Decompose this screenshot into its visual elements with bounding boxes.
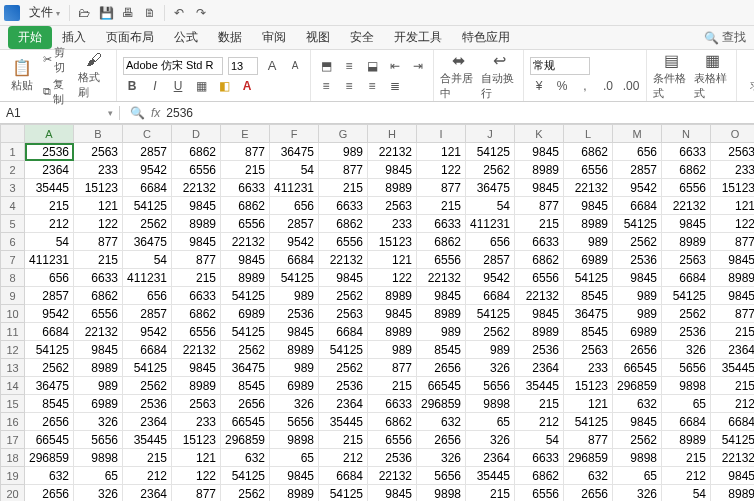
sum-button[interactable]: Σ求和 — [743, 59, 754, 93]
cell-N10[interactable]: 2562 — [662, 305, 711, 323]
cell-O9[interactable]: 9845 — [711, 287, 755, 305]
cell-C15[interactable]: 2536 — [123, 395, 172, 413]
cell-F15[interactable]: 326 — [270, 395, 319, 413]
cell-J13[interactable]: 326 — [466, 359, 515, 377]
cell-K8[interactable]: 6556 — [515, 269, 564, 287]
cell-M5[interactable]: 54125 — [613, 215, 662, 233]
cell-H3[interactable]: 8989 — [368, 179, 417, 197]
cut-button[interactable]: ✂剪切 — [43, 45, 73, 75]
cell-A8[interactable]: 656 — [25, 269, 74, 287]
cell-A7[interactable]: 411231 — [25, 251, 74, 269]
cell-B4[interactable]: 121 — [74, 197, 123, 215]
zoom-icon[interactable]: 🔍 — [130, 106, 145, 120]
cell-K6[interactable]: 6633 — [515, 233, 564, 251]
cell-B20[interactable]: 326 — [74, 485, 123, 502]
indent-dec-icon[interactable]: ⇤ — [386, 57, 404, 75]
cell-I11[interactable]: 989 — [417, 323, 466, 341]
cell-E8[interactable]: 8989 — [221, 269, 270, 287]
cell-N5[interactable]: 9845 — [662, 215, 711, 233]
row-header-10[interactable]: 10 — [1, 305, 25, 323]
merge-center-button[interactable]: ⬌合并居中 — [440, 51, 476, 101]
col-header-E[interactable]: E — [221, 125, 270, 143]
cell-A4[interactable]: 215 — [25, 197, 74, 215]
cell-G9[interactable]: 2562 — [319, 287, 368, 305]
conditional-format-button[interactable]: ▤条件格式 — [653, 51, 689, 101]
cell-M1[interactable]: 656 — [613, 143, 662, 161]
row-header-13[interactable]: 13 — [1, 359, 25, 377]
cell-H16[interactable]: 6862 — [368, 413, 417, 431]
cell-B12[interactable]: 9845 — [74, 341, 123, 359]
cell-H19[interactable]: 22132 — [368, 467, 417, 485]
cell-J14[interactable]: 5656 — [466, 377, 515, 395]
font-name-select[interactable] — [123, 57, 223, 75]
col-header-N[interactable]: N — [662, 125, 711, 143]
cell-H10[interactable]: 9845 — [368, 305, 417, 323]
cell-B19[interactable]: 65 — [74, 467, 123, 485]
cell-L13[interactable]: 233 — [564, 359, 613, 377]
cell-F3[interactable]: 411231 — [270, 179, 319, 197]
cell-G7[interactable]: 22132 — [319, 251, 368, 269]
cell-D10[interactable]: 6862 — [172, 305, 221, 323]
cell-A10[interactable]: 9542 — [25, 305, 74, 323]
row-header-1[interactable]: 1 — [1, 143, 25, 161]
cell-D20[interactable]: 877 — [172, 485, 221, 502]
cell-L12[interactable]: 2563 — [564, 341, 613, 359]
cell-F4[interactable]: 656 — [270, 197, 319, 215]
col-header-H[interactable]: H — [368, 125, 417, 143]
cell-G5[interactable]: 6862 — [319, 215, 368, 233]
cell-G20[interactable]: 54125 — [319, 485, 368, 502]
cell-L3[interactable]: 22132 — [564, 179, 613, 197]
cell-E1[interactable]: 877 — [221, 143, 270, 161]
cell-K16[interactable]: 212 — [515, 413, 564, 431]
cell-E6[interactable]: 22132 — [221, 233, 270, 251]
cell-A13[interactable]: 2562 — [25, 359, 74, 377]
cell-N11[interactable]: 2536 — [662, 323, 711, 341]
cell-E2[interactable]: 215 — [221, 161, 270, 179]
cell-L2[interactable]: 6556 — [564, 161, 613, 179]
dec-inc-icon[interactable]: .0 — [599, 77, 617, 95]
cell-N1[interactable]: 6633 — [662, 143, 711, 161]
cell-C18[interactable]: 215 — [123, 449, 172, 467]
row-header-2[interactable]: 2 — [1, 161, 25, 179]
cell-M9[interactable]: 989 — [613, 287, 662, 305]
cell-M18[interactable]: 9898 — [613, 449, 662, 467]
cell-C6[interactable]: 36475 — [123, 233, 172, 251]
cell-B7[interactable]: 215 — [74, 251, 123, 269]
cell-H18[interactable]: 2536 — [368, 449, 417, 467]
cell-N7[interactable]: 2563 — [662, 251, 711, 269]
cell-G12[interactable]: 54125 — [319, 341, 368, 359]
cell-C10[interactable]: 2857 — [123, 305, 172, 323]
cell-H5[interactable]: 233 — [368, 215, 417, 233]
cell-B5[interactable]: 122 — [74, 215, 123, 233]
cell-N6[interactable]: 8989 — [662, 233, 711, 251]
cell-C1[interactable]: 2857 — [123, 143, 172, 161]
align-bot-icon[interactable]: ⬓ — [363, 57, 381, 75]
cell-G18[interactable]: 212 — [319, 449, 368, 467]
tab-7[interactable]: 安全 — [340, 26, 384, 49]
dec-dec-icon[interactable]: .00 — [622, 77, 640, 95]
cell-B1[interactable]: 2563 — [74, 143, 123, 161]
cell-J11[interactable]: 2562 — [466, 323, 515, 341]
cell-M8[interactable]: 9845 — [613, 269, 662, 287]
cell-I9[interactable]: 9845 — [417, 287, 466, 305]
cell-N16[interactable]: 6684 — [662, 413, 711, 431]
cell-K3[interactable]: 9845 — [515, 179, 564, 197]
row-header-14[interactable]: 14 — [1, 377, 25, 395]
cell-M6[interactable]: 2562 — [613, 233, 662, 251]
cell-I16[interactable]: 632 — [417, 413, 466, 431]
col-header-I[interactable]: I — [417, 125, 466, 143]
cell-E18[interactable]: 632 — [221, 449, 270, 467]
cell-I5[interactable]: 6633 — [417, 215, 466, 233]
bold-button[interactable]: B — [123, 77, 141, 95]
cell-M19[interactable]: 65 — [613, 467, 662, 485]
cell-F19[interactable]: 9845 — [270, 467, 319, 485]
cell-F8[interactable]: 54125 — [270, 269, 319, 287]
cell-B15[interactable]: 6989 — [74, 395, 123, 413]
cell-M17[interactable]: 2562 — [613, 431, 662, 449]
cell-E7[interactable]: 9845 — [221, 251, 270, 269]
cell-O12[interactable]: 2364 — [711, 341, 755, 359]
cell-N13[interactable]: 5656 — [662, 359, 711, 377]
cell-D13[interactable]: 9845 — [172, 359, 221, 377]
cell-I12[interactable]: 8545 — [417, 341, 466, 359]
cell-E5[interactable]: 6556 — [221, 215, 270, 233]
